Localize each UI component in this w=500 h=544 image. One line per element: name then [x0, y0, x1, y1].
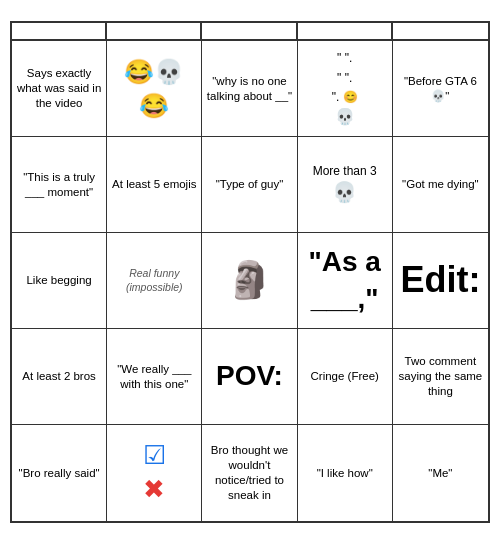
letter-i: [107, 23, 202, 39]
letter-g: [298, 23, 393, 39]
bingo-cell-r3c4[interactable]: Two comment saying the same thing: [393, 329, 488, 425]
letter-n: [202, 23, 297, 39]
bingo-cell-r2c4[interactable]: Edit:: [393, 233, 488, 329]
bingo-cell-r4c2[interactable]: Bro thought we wouldn't notice/tried to …: [202, 425, 297, 521]
cell-text: "As a ___,": [302, 244, 388, 317]
bingo-cell-r1c0[interactable]: "This is a truly ___ moment": [12, 137, 107, 233]
bingo-cell-r2c2[interactable]: 🗿: [202, 233, 297, 329]
cell-text: Says exactly what was said in the video: [16, 66, 102, 111]
bingo-cell-r0c2[interactable]: "why is no one talking about __": [202, 41, 297, 137]
cell-text: Real funny (impossible): [111, 267, 197, 294]
bingo-header: [12, 23, 488, 41]
bingo-cell-r4c3[interactable]: "I like how": [298, 425, 393, 521]
cell-text: Edit:: [400, 257, 480, 304]
bingo-cell-r3c3[interactable]: Cringe (Free): [298, 329, 393, 425]
cell-text: Two comment saying the same thing: [397, 354, 484, 399]
bingo-cell-r3c1[interactable]: "We really ___ with this one": [107, 329, 202, 425]
bingo-cell-r4c0[interactable]: "Bro really said": [12, 425, 107, 521]
bingo-cell-r2c3[interactable]: "As a ___,": [298, 233, 393, 329]
bingo-cell-r3c0[interactable]: At least 2 bros: [12, 329, 107, 425]
cell-text: At least 5 emojis: [112, 177, 196, 192]
cell-text: POV:: [216, 358, 283, 394]
cell-text: At least 2 bros: [22, 369, 96, 384]
bingo-cell-r4c4[interactable]: "Me": [393, 425, 488, 521]
bingo-cell-r0c0[interactable]: Says exactly what was said in the video: [12, 41, 107, 137]
cell-text: "Got me dying": [402, 177, 479, 192]
cell-text: "Type of guy": [216, 177, 284, 192]
bingo-cell-r4c1[interactable]: ☑✖: [107, 425, 202, 521]
bingo-cell-r0c1[interactable]: 😂💀😂: [107, 41, 202, 137]
cell-text: Bro thought we wouldn't notice/tried to …: [206, 443, 292, 503]
cell-text: Like begging: [26, 273, 91, 288]
cell-text: "We really ___ with this one": [111, 362, 197, 392]
bingo-cell-r1c3[interactable]: More than 3💀: [298, 137, 393, 233]
cell-text: Cringe (Free): [311, 369, 379, 384]
bingo-cell-r0c4[interactable]: "Before GTA 6 💀": [393, 41, 488, 137]
bingo-cell-r2c1[interactable]: Real funny (impossible): [107, 233, 202, 329]
cell-text: "why is no one talking about __": [206, 74, 292, 104]
bingo-cell-r1c2[interactable]: "Type of guy": [202, 137, 297, 233]
bingo-cell-r1c4[interactable]: "Got me dying": [393, 137, 488, 233]
cell-text: "I like how": [317, 466, 373, 481]
bingo-cell-r2c0[interactable]: Like begging: [12, 233, 107, 329]
cell-text: "Before GTA 6 💀": [397, 74, 484, 104]
cell-text: "This is a truly ___ moment": [16, 170, 102, 200]
bingo-grid: Says exactly what was said in the video😂…: [12, 41, 488, 521]
letter-o: [393, 23, 488, 39]
cell-text: "Bro really said": [19, 466, 100, 481]
bingo-cell-r0c3[interactable]: " "." ".". 😊💀: [298, 41, 393, 137]
bingo-cell-r3c2[interactable]: POV:: [202, 329, 297, 425]
letter-b: [12, 23, 107, 39]
bingo-cell-r1c1[interactable]: At least 5 emojis: [107, 137, 202, 233]
cell-text: "Me": [428, 466, 452, 481]
bingo-card: Says exactly what was said in the video😂…: [10, 21, 490, 523]
